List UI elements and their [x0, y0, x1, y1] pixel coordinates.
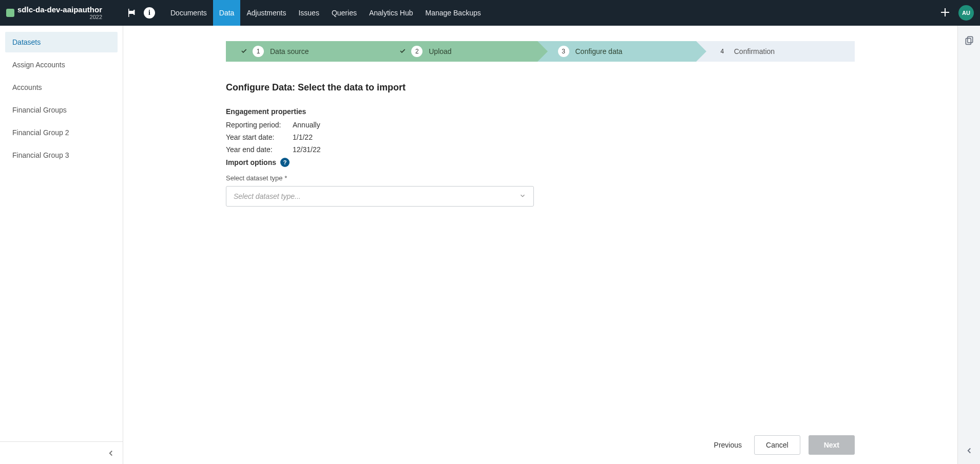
button-label: Cancel	[766, 441, 789, 449]
step-label: Upload	[429, 47, 451, 55]
nav-label: Queries	[332, 9, 357, 17]
chevron-down-icon	[519, 192, 526, 201]
prop-label: Year start date:	[226, 133, 293, 141]
copy-icon[interactable]	[964, 35, 974, 47]
nav-queries[interactable]: Queries	[325, 0, 363, 26]
stepper: 1 Data source 2 Upload 3 Configure data …	[226, 41, 855, 62]
sidebar-item-accounts[interactable]: Accounts	[5, 77, 118, 98]
prop-value: 12/31/22	[293, 145, 321, 154]
sidebar-item-assign-accounts[interactable]: Assign Accounts	[5, 54, 118, 75]
nav-issues[interactable]: Issues	[292, 0, 325, 26]
dataset-type-label: Select dataset type *	[226, 174, 855, 182]
prop-year-end: Year end date: 12/31/22	[226, 145, 855, 154]
body: Datasets Assign Accounts Accounts Financ…	[0, 26, 980, 464]
engagement-section-label: Engagement properties	[226, 107, 855, 116]
main: 1 Data source 2 Upload 3 Configure data …	[123, 26, 957, 464]
nav-adjustments[interactable]: Adjustments	[240, 0, 292, 26]
step-upload[interactable]: 2 Upload	[378, 41, 537, 62]
prop-reporting-period: Reporting period: Annually	[226, 121, 855, 129]
sidebar-item-label: Assign Accounts	[12, 61, 65, 69]
prop-label: Reporting period:	[226, 121, 293, 129]
step-configure-data[interactable]: 3 Configure data	[537, 41, 696, 62]
sidebar-item-datasets[interactable]: Datasets	[5, 32, 118, 52]
dataset-type-select[interactable]: Select dataset type...	[226, 186, 534, 207]
button-label: Previous	[714, 441, 742, 449]
button-label: Next	[824, 441, 839, 449]
app-year: 2022	[17, 14, 102, 20]
sidebar: Datasets Assign Accounts Accounts Financ…	[0, 26, 123, 464]
right-rail-collapse-toggle[interactable]	[965, 446, 974, 457]
help-symbol: ?	[283, 159, 287, 165]
step-number: 1	[253, 46, 264, 57]
import-options-row: Import options ?	[226, 158, 855, 167]
nav-label: Analytics Hub	[369, 9, 413, 17]
sidebar-item-financial-groups[interactable]: Financial Groups	[5, 100, 118, 120]
nav-documents[interactable]: Documents	[164, 0, 213, 26]
footer-buttons: Previous Cancel Next	[710, 435, 855, 455]
sidebar-collapse-toggle[interactable]	[0, 441, 123, 464]
right-rail	[957, 26, 980, 464]
check-icon	[399, 47, 406, 56]
sidebar-item-label: Datasets	[12, 38, 41, 46]
nav-data[interactable]: Data	[213, 0, 241, 26]
top-right: AU	[939, 5, 974, 21]
svg-rect-1	[966, 39, 971, 45]
sidebar-item-label: Financial Group 2	[12, 128, 69, 137]
step-label: Configure data	[575, 47, 623, 55]
import-options-label: Import options	[226, 158, 276, 166]
app-text: sdlc-da-dev-aaipauthor 2022	[17, 6, 102, 21]
content-wrap: 1 Data source 2 Upload 3 Configure data …	[123, 26, 957, 464]
nav-manage-backups[interactable]: Manage Backups	[419, 0, 487, 26]
info-icon[interactable]: i	[144, 7, 155, 18]
app-block: sdlc-da-dev-aaipauthor 2022	[6, 6, 119, 21]
flag-icon[interactable]	[126, 8, 137, 18]
prop-year-start: Year start date: 1/1/22	[226, 133, 855, 141]
app-title: sdlc-da-dev-aaipauthor	[17, 6, 102, 14]
nav-label: Documents	[170, 9, 207, 17]
step-confirmation: 4 Confirmation	[696, 41, 855, 62]
avatar[interactable]: AU	[958, 5, 974, 21]
prop-value: Annually	[293, 121, 320, 129]
step-number: 3	[558, 46, 569, 57]
prop-label: Year end date:	[226, 145, 293, 154]
avatar-initials: AU	[962, 10, 970, 16]
sidebar-item-label: Accounts	[12, 83, 42, 91]
nav-label: Issues	[298, 9, 319, 17]
next-button[interactable]: Next	[809, 435, 855, 455]
check-icon	[240, 47, 247, 56]
nav-label: Adjustments	[246, 9, 286, 17]
sidebar-item-financial-group-2[interactable]: Financial Group 2	[5, 122, 118, 143]
nav-analytics-hub[interactable]: Analytics Hub	[363, 0, 419, 26]
sidebar-item-financial-group-3[interactable]: Financial Group 3	[5, 145, 118, 165]
page-title: Configure Data: Select the data to impor…	[226, 82, 855, 93]
step-number: 4	[717, 46, 728, 57]
svg-rect-0	[967, 36, 972, 43]
select-placeholder: Select dataset type...	[234, 192, 301, 200]
step-data-source[interactable]: 1 Data source	[226, 41, 378, 62]
sidebar-item-label: Financial Groups	[12, 106, 67, 114]
previous-button[interactable]: Previous	[710, 436, 746, 454]
sidebar-items: Datasets Assign Accounts Accounts Financ…	[0, 26, 123, 172]
step-label: Data source	[270, 47, 309, 55]
nav: Documents Data Adjustments Issues Querie…	[164, 0, 487, 26]
top-icons: i	[126, 7, 155, 18]
step-label: Confirmation	[734, 47, 775, 55]
nav-label: Manage Backups	[426, 9, 481, 17]
app-icon	[6, 9, 14, 17]
add-icon[interactable]	[939, 6, 951, 20]
nav-label: Data	[219, 9, 235, 17]
sidebar-item-label: Financial Group 3	[12, 151, 69, 159]
cancel-button[interactable]: Cancel	[754, 435, 800, 455]
help-icon[interactable]: ?	[280, 158, 290, 167]
prop-value: 1/1/22	[293, 133, 313, 141]
topbar: sdlc-da-dev-aaipauthor 2022 i Documents …	[0, 0, 980, 26]
step-number: 2	[411, 46, 422, 57]
